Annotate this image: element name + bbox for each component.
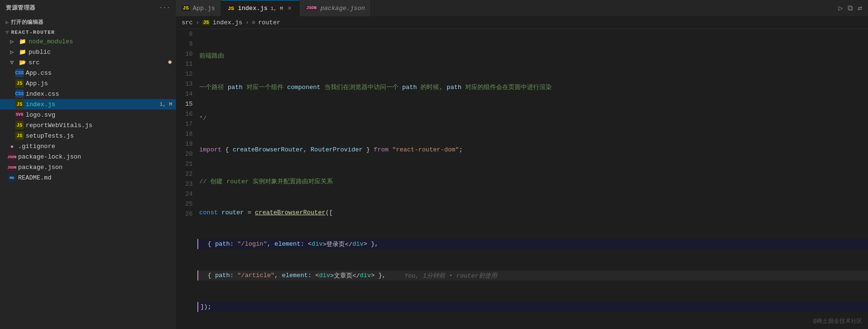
tree-item-label: package.json [18,164,176,171]
layout-icon[interactable]: ⇄ [858,3,862,13]
breadcrumb-router-symbol: ⊙ [252,19,255,26]
code-line-16: ]); [197,302,868,312]
code-token: : [308,272,315,279]
chevron-down-icon: ▽ [8,58,16,67]
tab-badge: 1, M [271,6,283,11]
code-token: 一个路径 path 对应一个组件 component 当我们在浏览器中访问一个 … [199,83,552,91]
sidebar-header: 资源管理器 ··· [0,0,176,16]
code-token: ([ [325,209,333,216]
code-token: = [244,209,255,216]
sidebar-item-package-json[interactable]: JSON package.json [0,162,176,172]
folder-pub-icon: 📁 [18,48,27,56]
line-num-9: 9 [181,39,193,49]
tree-item-label: reportWebVitals.js [26,122,176,129]
code-token: */ [199,115,207,122]
project-section: ▽ REACT-ROUTER [0,29,176,36]
code-token: : [301,240,308,248]
code-token: } [362,146,373,153]
tab-package-json[interactable]: JSON package.json [300,0,371,17]
code-token: "react-router-dom" [392,146,459,153]
css-icon: CSS [15,69,24,77]
code-token: < [315,272,319,279]
tree-item-label: App.js [26,80,176,87]
code-token: const [199,209,218,216]
chevron-right-icon: ▷ [8,37,16,46]
sidebar-item-package-lock[interactable]: JSON package-lock.json [0,151,176,162]
code-line-9: 一个路径 path 对应一个组件 component 当我们在浏览器中访问一个 … [197,82,868,92]
breadcrumb-sep-1: › [195,19,199,26]
line-num-21: 21 [181,159,193,169]
tree-item-label: node_modules [29,38,176,45]
js-tab-icon: JS [182,5,190,11]
breadcrumb-indexjs[interactable]: index.js [213,19,242,26]
tree-item-label: public [29,49,176,56]
open-editors-toggle[interactable]: ▷ 打开的编辑器 [0,18,176,27]
tree-item-label: logo.svg [26,111,176,119]
css-icon: CSS [15,90,24,98]
sidebar-item-setup-tests[interactable]: JS setupTests.js [0,130,176,141]
sidebar-item-readme[interactable]: MD README.md [0,172,176,183]
code-token: element [274,240,301,248]
sidebar-item-public[interactable]: ▷ 📁 public [0,47,176,57]
sidebar-item-index-css[interactable]: CSS index.css [0,89,176,99]
code-lines[interactable]: 前端路由 一个路径 path 对应一个组件 component 当我们在浏览器中… [197,29,868,329]
code-token: , [267,240,274,248]
tab-index-js[interactable]: JS index.js 1, M × [221,0,300,17]
tree-item-label: .gitignore [18,143,176,150]
sidebar-item-src[interactable]: ▽ 📂 src ● [0,57,176,68]
code-area[interactable]: 8 9 10 11 12 13 14 15 16 17 18 19 20 21 … [176,29,868,329]
folder-icon: 📁 [18,37,27,46]
more-icon[interactable]: ··· [159,5,170,11]
line-num-25: 25 [181,199,193,209]
split-icon[interactable]: ⧉ [848,4,853,13]
json-tab-icon: JSON [305,6,318,10]
code-token: router [222,209,244,216]
code-line-14: { path : "/login" , element : < div >登录页… [197,239,868,249]
sidebar-item-gitignore[interactable]: ⬥ .gitignore [0,141,176,151]
tree-item-label: index.css [26,90,176,98]
tree-item-label: README.md [18,174,176,181]
code-token: ]); [200,303,211,310]
code-token: // 创建 router 实例对象并配置路由对应关系 [199,177,333,186]
toolbar-right: ▷ ⧉ ⇄ [839,3,868,13]
tab-close-button[interactable]: × [286,5,293,12]
sidebar-item-node-modules[interactable]: ▷ 📁 node_modules [0,36,176,47]
sidebar-item-app-js[interactable]: JS App.js [0,78,176,89]
json-icon: JSON [8,163,16,171]
ghost-text: You, 1分钟前 • router初使用 [386,271,497,280]
code-line-13: const router = createBrowserRouter ([ [197,208,868,218]
line-num-19: 19 [181,139,193,149]
breadcrumb: src › JS index.js › ⊙ router [176,17,868,29]
tab-app-js[interactable]: JS App.js [176,0,221,17]
tree-item-label: index.js [26,101,160,108]
sidebar-item-index-js[interactable]: JS index.js 1, M [0,99,176,110]
code-token: path [215,272,230,279]
watermark: @稀土掘金技术社区 [813,317,862,325]
run-icon[interactable]: ▷ [839,3,843,13]
code-token: > }, [363,240,378,248]
code-token: > }, [371,272,386,279]
code-token: "/article" [237,272,274,279]
line-num-15: 15 [181,99,193,109]
code-token: element [282,272,308,279]
tab-label: App.js [193,5,215,12]
code-token: RouterProvider [311,146,362,153]
line-num-18: 18 [181,129,193,139]
tab-bar: JS App.js JS index.js 1, M × JSON packag… [176,0,868,17]
tab-label: package.json [321,5,365,12]
project-toggle[interactable]: ▽ REACT-ROUTER [0,29,176,36]
js-icon: JS [15,131,24,140]
breadcrumb-src[interactable]: src [182,19,193,26]
sidebar-item-report-web-vitals[interactable]: JS reportWebVitals.js [0,120,176,130]
sidebar-item-logo-svg[interactable]: SVG logo.svg [0,110,176,120]
breadcrumb-js-icon: JS [202,20,210,25]
code-token: >登录页</ [323,240,352,249]
file-badge: 1, M [160,101,172,107]
line-num-20: 20 [181,149,193,159]
main-editor: JS App.js JS index.js 1, M × JSON packag… [176,0,868,329]
code-token: >文章页</ [330,271,360,280]
code-token: "/login" [237,240,267,248]
sidebar-item-app-css[interactable]: CSS App.css [0,68,176,78]
code-token: < [308,240,312,248]
breadcrumb-router[interactable]: router [258,19,281,26]
